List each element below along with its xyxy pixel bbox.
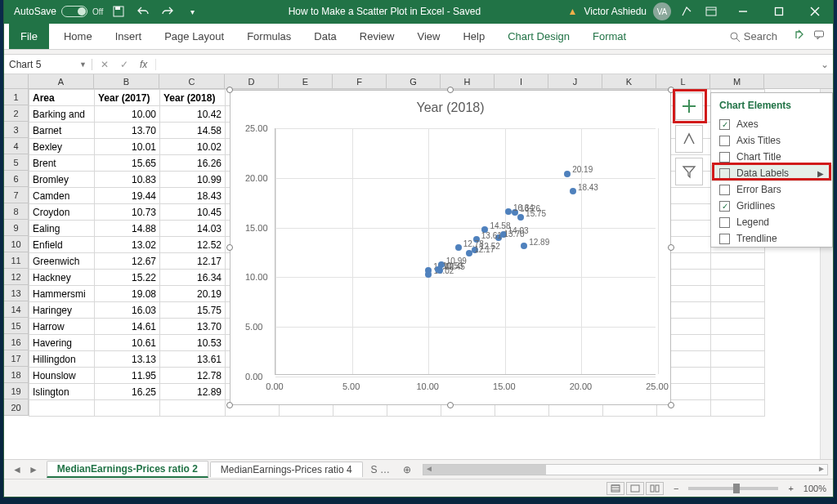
data-label[interactable]: 20.19 — [572, 165, 593, 174]
fx-icon[interactable]: fx — [140, 59, 147, 70]
row-header[interactable]: 10 — [4, 236, 28, 252]
horizontal-scrollbar[interactable]: ◄► — [423, 464, 828, 475]
chart-elements-button[interactable] — [675, 92, 703, 120]
comments-icon[interactable] — [813, 29, 825, 43]
submenu-arrow-icon[interactable]: ▶ — [817, 169, 824, 178]
select-all-corner[interactable] — [4, 74, 29, 88]
data-point[interactable] — [570, 188, 576, 194]
save-icon[interactable] — [110, 2, 128, 20]
view-page-layout-icon[interactable] — [626, 482, 644, 495]
sheet-tab-overflow[interactable]: S … — [365, 462, 396, 477]
data-label[interactable]: 12.89 — [529, 238, 549, 247]
checkbox[interactable] — [719, 152, 730, 163]
sheet-nav-prev-icon[interactable]: ◄ — [12, 464, 22, 475]
share-icon[interactable] — [794, 29, 805, 43]
data-label[interactable]: 18.43 — [578, 183, 598, 192]
search-box[interactable]: Search — [721, 30, 786, 42]
column-header[interactable]: M — [710, 74, 764, 88]
chart-object[interactable]: Year (2018) 10.4214.5810.0216.2610.9918.… — [230, 90, 671, 405]
data-label[interactable]: 10.53 — [443, 261, 463, 270]
data-point[interactable] — [435, 266, 441, 273]
chart-styles-button[interactable] — [675, 125, 703, 153]
user-name[interactable]: Victor Ashiedu — [584, 6, 647, 17]
row-header[interactable]: 13 — [4, 285, 28, 301]
zoom-level[interactable]: 100% — [803, 484, 826, 493]
resize-handle[interactable] — [668, 87, 674, 93]
data-point[interactable] — [521, 243, 527, 249]
tab-home[interactable]: Home — [52, 24, 104, 49]
tab-insert[interactable]: Insert — [104, 24, 154, 49]
tab-page-layout[interactable]: Page Layout — [153, 24, 235, 49]
row-header[interactable]: 19 — [4, 383, 28, 399]
formula-expand-icon[interactable]: ⌄ — [817, 59, 833, 70]
plot-area[interactable]: 10.4214.5810.0216.2610.9918.4310.4514.03… — [275, 128, 656, 375]
row-header[interactable]: 17 — [4, 350, 28, 367]
redo-icon[interactable] — [159, 2, 177, 20]
resize-handle[interactable] — [226, 402, 233, 408]
autosave-pill[interactable] — [61, 6, 87, 17]
checkbox[interactable] — [719, 217, 730, 228]
chart-element-option-data-labels[interactable]: Data Labels▶ — [711, 165, 832, 181]
row-header[interactable]: 14 — [4, 301, 28, 318]
row-header[interactable]: 15 — [4, 318, 28, 334]
undo-icon[interactable] — [134, 2, 152, 20]
qat-customize-icon[interactable]: ▾ — [183, 2, 201, 20]
data-point[interactable] — [505, 208, 512, 215]
view-page-break-icon[interactable] — [646, 482, 664, 495]
cancel-icon[interactable]: ✕ — [101, 59, 109, 70]
chart-element-option-gridlines[interactable]: ✓Gridlines — [711, 198, 832, 214]
row-header[interactable]: 1 — [4, 89, 28, 105]
column-header[interactable]: A — [29, 74, 94, 88]
data-label[interactable]: 12.78 — [463, 239, 484, 248]
checkbox[interactable]: ✓ — [719, 119, 730, 130]
resize-handle[interactable] — [668, 244, 674, 251]
row-header[interactable]: 9 — [4, 220, 28, 236]
chart-element-option-chart-title[interactable]: Chart Title — [711, 149, 832, 165]
tab-file[interactable]: File — [9, 24, 49, 49]
zoom-out-button[interactable]: − — [674, 484, 678, 493]
column-header[interactable]: J — [548, 74, 602, 88]
row-header[interactable]: 11 — [4, 252, 28, 269]
chart-title[interactable]: Year (2018) — [231, 91, 670, 118]
row-header[interactable]: 3 — [4, 122, 28, 138]
chart-filters-button[interactable] — [675, 158, 703, 185]
worksheet-grid[interactable]: ABCDEFGHIJKLM 12345678910111213141516171… — [4, 74, 833, 459]
checkbox[interactable]: ✓ — [719, 201, 730, 212]
column-header[interactable]: F — [333, 74, 387, 88]
tab-view[interactable]: View — [405, 24, 451, 49]
column-header[interactable]: G — [387, 74, 441, 88]
zoom-in-button[interactable]: + — [788, 484, 793, 493]
data-point[interactable] — [517, 214, 524, 221]
row-header[interactable]: 5 — [4, 154, 28, 171]
sheet-nav-next-icon[interactable]: ► — [29, 464, 38, 475]
resize-handle[interactable] — [226, 244, 233, 251]
tab-format[interactable]: Format — [581, 24, 638, 49]
column-header[interactable]: B — [94, 74, 159, 88]
checkbox[interactable] — [719, 168, 730, 179]
checkbox[interactable] — [719, 185, 730, 195]
tab-data[interactable]: Data — [302, 24, 347, 49]
column-header[interactable]: D — [225, 74, 279, 88]
checkbox[interactable] — [719, 234, 730, 244]
row-header[interactable]: 16 — [4, 334, 28, 350]
row-header[interactable]: 12 — [4, 269, 28, 285]
column-header[interactable]: K — [602, 74, 656, 88]
chart-element-option-trendline[interactable]: Trendline — [711, 230, 832, 247]
chart-element-option-legend[interactable]: Legend — [711, 214, 832, 230]
data-point[interactable] — [564, 171, 571, 177]
column-header[interactable]: L — [656, 74, 710, 88]
chevron-down-icon[interactable]: ▼ — [79, 60, 87, 69]
resize-handle[interactable] — [447, 87, 454, 93]
name-box[interactable]: Chart 5 ▼ — [4, 59, 92, 70]
data-point[interactable] — [466, 250, 472, 256]
row-header[interactable]: 7 — [4, 187, 28, 203]
zoom-slider[interactable] — [688, 487, 778, 490]
avatar[interactable]: VA — [653, 2, 671, 20]
tab-help[interactable]: Help — [451, 24, 496, 49]
checkbox[interactable] — [719, 136, 730, 146]
row-header[interactable]: 20 — [4, 399, 28, 416]
tab-chart-design[interactable]: Chart Design — [496, 24, 581, 49]
resize-handle[interactable] — [226, 87, 233, 93]
column-header[interactable]: C — [159, 74, 225, 88]
ribbon-mode-icon[interactable] — [702, 2, 720, 20]
